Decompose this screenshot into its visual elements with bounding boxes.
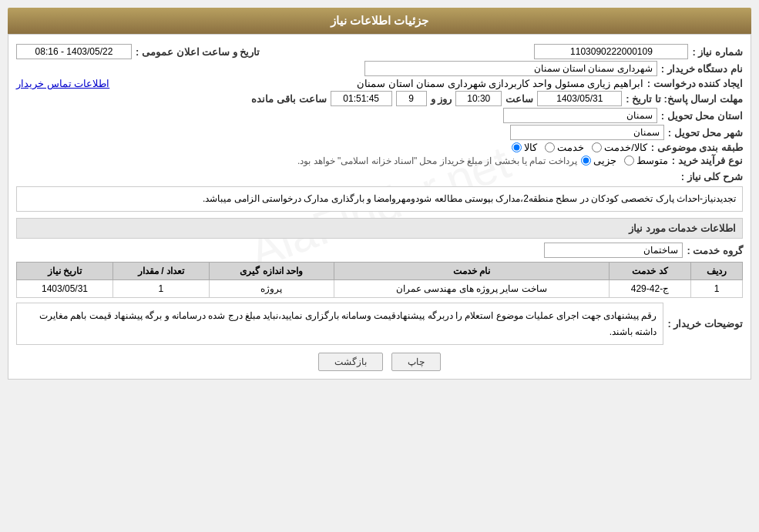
ostan-value[interactable] [503,108,657,123]
table-row: 1ج-42-429ساخت سایر پروژه های مهندسی عمرا… [17,280,743,298]
th-kod: کد خدمت [609,263,691,280]
mande-label: ساعت باقی مانده [251,93,326,105]
date-elan-value[interactable] [16,44,132,59]
page-header: جزئیات اطلاعات نیاز [8,8,751,34]
cell-vahed: پروژه [209,280,334,298]
radio-kala[interactable] [512,142,522,152]
row-sharh-header: شرح کلی نیاز : [16,171,743,182]
radio-kala-item[interactable]: کالا [512,142,537,153]
row-tabaqe: طبقه بندی موضوعی : کالا/خدمت خدمت کالا [16,142,743,153]
header-title: جزئیات اطلاعات نیاز [331,14,428,27]
row-ostan: استان محل تحویل : [16,108,743,123]
services-table: ردیف کد خدمت نام خدمت واحد اندازه گیری ت… [16,262,743,298]
mohlat-date[interactable] [537,91,622,106]
etelaat-link[interactable]: اطلاعات تماس خریدار [16,78,109,89]
th-vahed: واحد اندازه گیری [209,263,334,280]
row-ijad: ایجاد کننده درخواست : ابراهیم زیاری مسئو… [16,78,743,89]
shomara-label: شماره نیاز : [692,46,743,58]
shahr-value[interactable] [510,125,664,140]
date-elan-label: تاریخ و ساعت اعلان عمومی : [136,46,260,58]
tozihat-value: رقم پیشنهادی جهت اجرای عملیات موضوع استع… [39,310,657,336]
goroh-value[interactable] [544,243,683,258]
sharh-value: تجدیدنیاز-احداث پارک تخصصی کودکان در سطح… [203,193,736,204]
back-button[interactable]: بازگشت [318,353,383,371]
row-nam-dastgah: نام دستگاه خریدار : [16,61,743,76]
radio-jozei-label: جزیی [593,155,616,166]
cell-tarikh: 1403/05/31 [17,280,113,298]
th-tedad: تعداد / مقدار [113,263,210,280]
khadamat-section-header: اطلاعات خدمات مورد نیاز [16,218,743,239]
tabaqe-radio-group: کالا/خدمت خدمت کالا [512,142,647,153]
radio-jozei[interactable] [581,156,591,166]
tozihat-box: رقم پیشنهادی جهت اجرای عملیات موضوع استع… [16,303,663,345]
radio-khedmat[interactable] [545,142,555,152]
radio-motevaset[interactable] [624,156,634,166]
radio-jozei-item[interactable]: جزیی [581,155,616,166]
shomara-value[interactable] [534,44,688,59]
cell-tedad: 1 [113,280,210,298]
print-button[interactable]: چاپ [391,353,441,371]
ostan-label: استان محل تحویل : [661,110,743,122]
mohlat-saat[interactable] [455,91,502,106]
mohlat-roz[interactable] [396,91,427,106]
radio-kala-khedmat-label: کالا/خدمت [604,142,647,153]
row-mohlat: مهلت ارسال پاسخ: تا تاریخ : ساعت روز و س… [16,91,743,106]
sharh-label: شرح کلی نیاز : [681,171,743,182]
saat-label: ساعت [505,93,533,105]
cell-kod: ج-42-429 [609,280,691,298]
page-wrapper: جزئیات اطلاعات نیاز AlaFinder.net شماره … [0,0,759,532]
nam-dastgah-label: نام دستگاه خریدار : [661,63,743,75]
content-inner: شماره نیاز : تاریخ و ساعت اعلان عمومی : … [16,44,743,371]
radio-kala-khedmat[interactable] [592,142,602,152]
radio-kala-khedmat-item[interactable]: کالا/خدمت [592,142,647,153]
radio-motevaset-label: متوسط [636,155,668,166]
row-goroh: گروه خدمت : [16,243,743,258]
ijad-value: ابراهیم زیاری مسئول واحد کاربردازی شهردا… [113,78,643,89]
radio-khedmat-item[interactable]: خدمت [545,142,584,153]
farayand-radio-group: متوسط جزیی [581,155,668,166]
radio-kala-label: کالا [524,142,537,153]
cell-radif: 1 [691,280,743,298]
mohlat-label: مهلت ارسال پاسخ: تا تاریخ : [626,93,743,105]
th-tarikh: تاریخ نیاز [17,263,113,280]
buttons-row: چاپ بازگشت [16,353,743,371]
cell-name: ساخت سایر پروژه های مهندسی عمران [334,280,609,298]
mohlat-mande[interactable] [331,91,392,106]
row-farayand: نوع فرآیند خرید : متوسط جزیی پرداخت تمام… [16,155,743,166]
main-content: AlaFinder.net شماره نیاز : تاریخ و ساعت … [8,34,751,380]
row-tozihat-header: توضیحات خریدار : رقم پیشنهادی جهت اجرای … [16,303,743,345]
goroh-label: گروه خدمت : [687,245,743,256]
radio-khedmat-label: خدمت [557,142,584,153]
khadamat-header-label: اطلاعات خدمات مورد نیاز [629,223,736,234]
nam-dastgah-value[interactable] [364,61,657,76]
ijad-label: ایجاد کننده درخواست : [647,78,743,89]
tabaqe-label: طبقه بندی موضوعی : [651,142,743,153]
row-shahr: شهر محل تحویل : [16,125,743,140]
farayand-desc: پرداخت تمام یا بخشی از مبلغ خریداز محل "… [297,156,577,166]
tozihat-label: توضیحات خریدار : [667,318,743,330]
roz-label: روز و [431,93,452,105]
radio-motevaset-item[interactable]: متوسط [624,155,668,166]
th-radif: ردیف [691,263,743,280]
th-name: نام خدمت [334,263,609,280]
sharh-box: تجدیدنیاز-احداث پارک تخصصی کودکان در سطح… [16,186,743,212]
farayand-label: نوع فرآیند خرید : [672,155,743,166]
shahr-label: شهر محل تحویل : [668,127,743,139]
row-shomara: شماره نیاز : تاریخ و ساعت اعلان عمومی : [16,44,743,59]
